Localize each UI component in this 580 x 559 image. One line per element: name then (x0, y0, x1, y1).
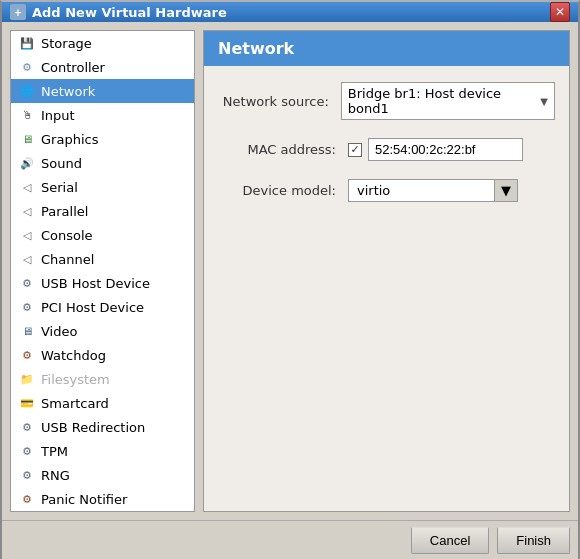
serial-icon: ◁ (19, 179, 35, 195)
mac-address-control (348, 138, 523, 161)
sidebar-item-pci-host-device[interactable]: ⚙PCI Host Device (11, 295, 194, 319)
sidebar-item-storage[interactable]: 💾Storage (11, 31, 194, 55)
network-source-row: Network source: Bridge br1: Host device … (218, 82, 555, 120)
sidebar-item-console[interactable]: ◁Console (11, 223, 194, 247)
panic-notifier-icon: ⚙ (19, 491, 35, 507)
channel-icon: ◁ (19, 251, 35, 267)
sidebar-item-video[interactable]: 🖥Video (11, 319, 194, 343)
titlebar: + Add New Virtual Hardware ✕ (2, 2, 578, 22)
sidebar-item-label-panic-notifier: Panic Notifier (41, 492, 127, 507)
main-panel: Network Network source: Bridge br1: Host… (203, 30, 570, 512)
device-model-control: virtio ▼ (348, 179, 518, 202)
sidebar-item-label-usb-redirection: USB Redirection (41, 420, 145, 435)
rng-icon: ⚙ (19, 467, 35, 483)
watchdog-icon: ⚙ (19, 347, 35, 363)
mac-address-input[interactable] (368, 138, 523, 161)
video-icon: 🖥 (19, 323, 35, 339)
window-title: Add New Virtual Hardware (32, 5, 227, 20)
device-model-dropdown[interactable]: virtio ▼ (348, 179, 518, 202)
panel-title: Network (204, 31, 569, 66)
network-icon: 🌐 (19, 83, 35, 99)
graphics-icon: 🖥 (19, 131, 35, 147)
mac-checkbox[interactable] (348, 143, 362, 157)
sidebar-item-label-network: Network (41, 84, 95, 99)
sidebar-item-smartcard[interactable]: 💳Smartcard (11, 391, 194, 415)
device-model-arrow: ▼ (501, 183, 511, 198)
sidebar-item-label-channel: Channel (41, 252, 94, 267)
sidebar-item-label-serial: Serial (41, 180, 78, 195)
sidebar-item-label-input: Input (41, 108, 75, 123)
sidebar-item-label-storage: Storage (41, 36, 92, 51)
panel-body: Network source: Bridge br1: Host device … (204, 66, 569, 511)
close-button[interactable]: ✕ (550, 2, 570, 22)
sidebar-item-tpm[interactable]: ⚙TPM (11, 439, 194, 463)
tpm-icon: ⚙ (19, 443, 35, 459)
sidebar-item-rng[interactable]: ⚙RNG (11, 463, 194, 487)
storage-icon: 💾 (19, 35, 35, 51)
sidebar-item-label-filesystem: Filesystem (41, 372, 110, 387)
network-source-value: Bridge br1: Host device bond1 (348, 86, 533, 116)
sidebar-item-serial[interactable]: ◁Serial (11, 175, 194, 199)
sidebar-item-parallel[interactable]: ◁Parallel (11, 199, 194, 223)
sidebar-item-network[interactable]: 🌐Network (11, 79, 194, 103)
network-source-dropdown[interactable]: Bridge br1: Host device bond1 ▼ (341, 82, 555, 120)
cancel-button[interactable]: Cancel (411, 527, 489, 554)
sound-icon: 🔊 (19, 155, 35, 171)
sidebar-item-watchdog[interactable]: ⚙Watchdog (11, 343, 194, 367)
sidebar-item-graphics[interactable]: 🖥Graphics (11, 127, 194, 151)
add-hardware-window: + Add New Virtual Hardware ✕ 💾Storage⚙Co… (0, 0, 580, 559)
filesystem-icon: 📁 (19, 371, 35, 387)
pci-host-device-icon: ⚙ (19, 299, 35, 315)
footer: Cancel Finish (2, 520, 578, 559)
sidebar-item-usb-redirection[interactable]: ⚙USB Redirection (11, 415, 194, 439)
device-model-row: Device model: virtio ▼ (218, 179, 555, 202)
usb-host-device-icon: ⚙ (19, 275, 35, 291)
device-model-value: virtio (349, 180, 494, 201)
window-icon: + (10, 4, 26, 20)
sidebar-item-channel[interactable]: ◁Channel (11, 247, 194, 271)
sidebar-item-sound[interactable]: 🔊Sound (11, 151, 194, 175)
sidebar: 💾Storage⚙Controller🌐Network🖱Input🖥Graphi… (10, 30, 195, 512)
finish-button[interactable]: Finish (497, 527, 570, 554)
sidebar-item-filesystem: 📁Filesystem (11, 367, 194, 391)
controller-icon: ⚙ (19, 59, 35, 75)
smartcard-icon: 💳 (19, 395, 35, 411)
sidebar-item-usb-host-device[interactable]: ⚙USB Host Device (11, 271, 194, 295)
network-source-arrow: ▼ (540, 96, 548, 107)
sidebar-item-panic-notifier[interactable]: ⚙Panic Notifier (11, 487, 194, 511)
input-icon: 🖱 (19, 107, 35, 123)
titlebar-left: + Add New Virtual Hardware (10, 4, 227, 20)
sidebar-item-label-usb-host-device: USB Host Device (41, 276, 150, 291)
sidebar-item-input[interactable]: 🖱Input (11, 103, 194, 127)
sidebar-item-controller[interactable]: ⚙Controller (11, 55, 194, 79)
sidebar-item-label-console: Console (41, 228, 93, 243)
mac-address-label: MAC address: (218, 142, 348, 157)
sidebar-item-label-sound: Sound (41, 156, 82, 171)
sidebar-item-label-smartcard: Smartcard (41, 396, 109, 411)
mac-address-row: MAC address: (218, 138, 555, 161)
usb-redirection-icon: ⚙ (19, 419, 35, 435)
device-model-btn[interactable]: ▼ (494, 180, 517, 201)
parallel-icon: ◁ (19, 203, 35, 219)
content-area: 💾Storage⚙Controller🌐Network🖱Input🖥Graphi… (2, 22, 578, 520)
sidebar-item-label-video: Video (41, 324, 77, 339)
sidebar-item-label-parallel: Parallel (41, 204, 88, 219)
sidebar-item-label-watchdog: Watchdog (41, 348, 106, 363)
sidebar-item-label-controller: Controller (41, 60, 105, 75)
sidebar-item-label-tpm: TPM (41, 444, 68, 459)
network-source-control: Bridge br1: Host device bond1 ▼ (341, 82, 555, 120)
console-icon: ◁ (19, 227, 35, 243)
sidebar-item-label-pci-host-device: PCI Host Device (41, 300, 144, 315)
sidebar-item-label-rng: RNG (41, 468, 70, 483)
device-model-label: Device model: (218, 183, 348, 198)
sidebar-item-label-graphics: Graphics (41, 132, 98, 147)
network-source-label: Network source: (218, 94, 341, 109)
